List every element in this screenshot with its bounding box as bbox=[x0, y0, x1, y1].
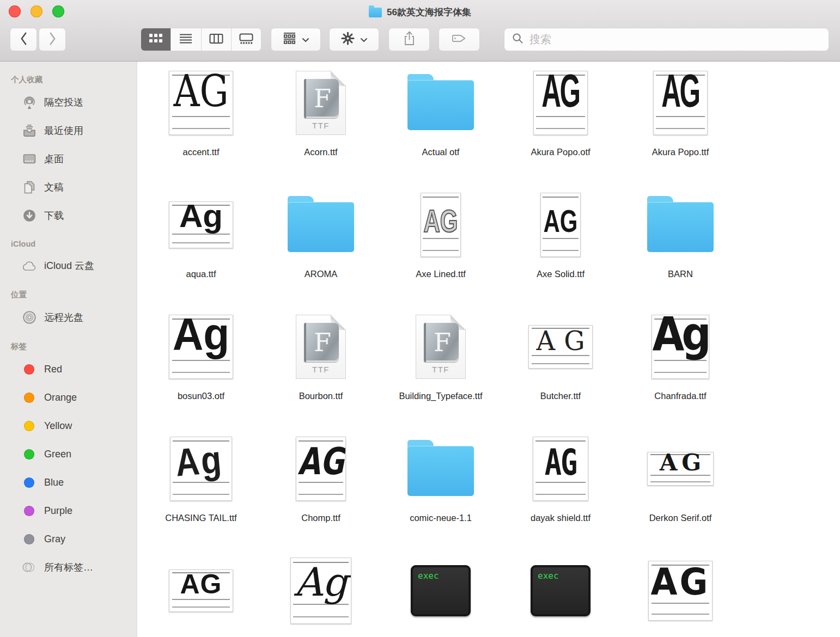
sidebar-item-label: 最近使用 bbox=[44, 124, 83, 137]
action-button[interactable] bbox=[329, 28, 379, 51]
preview-glyph: Ag bbox=[291, 559, 351, 605]
sidebar-item-tag-red[interactable]: Red bbox=[0, 355, 137, 383]
share-button[interactable] bbox=[388, 28, 430, 51]
sidebar-item-all-tags[interactable]: 所有标签… bbox=[0, 553, 137, 581]
file-item[interactable]: AgCHASING TAIL.ttf bbox=[141, 432, 261, 554]
folder-item[interactable]: BARN bbox=[620, 188, 740, 310]
group-button[interactable] bbox=[271, 28, 321, 51]
sidebar-item-icloud[interactable]: iCloud 云盘 bbox=[0, 252, 137, 280]
guide-line bbox=[299, 494, 344, 495]
file-item[interactable]: AGAxe Lined.ttf bbox=[381, 188, 501, 310]
sidebar-item-tag-orange[interactable]: Orange bbox=[0, 383, 137, 412]
file-item[interactable]: AgChanfrada.ttf bbox=[620, 310, 740, 432]
tag-color-dot bbox=[24, 421, 34, 431]
sidebar-item-label: Yellow bbox=[44, 420, 72, 432]
tag-color-dot bbox=[24, 534, 34, 544]
tag-icon bbox=[22, 390, 36, 405]
sidebar-item-tag-yellow[interactable]: Yellow bbox=[0, 412, 137, 440]
forward-button[interactable] bbox=[39, 28, 66, 51]
file-item[interactable]: AG bbox=[620, 554, 740, 637]
file-thumbnail: exec bbox=[411, 556, 471, 626]
sidebar-section-header: 个人收藏 bbox=[11, 75, 137, 85]
file-item[interactable]: AGButcher.ttf bbox=[501, 310, 620, 432]
ttf-badge: TTF bbox=[296, 121, 345, 130]
file-item[interactable]: AGAkura Popo.ttf bbox=[620, 66, 740, 188]
sidebar-section-header: 标签 bbox=[11, 341, 137, 352]
sidebar-item-downloads[interactable]: 下载 bbox=[0, 201, 137, 230]
chevron-right-icon bbox=[48, 31, 57, 48]
file-thumbnail bbox=[407, 68, 474, 138]
sidebar-item-label: Purple bbox=[44, 505, 72, 517]
sidebar-item-tag-gray[interactable]: Gray bbox=[0, 525, 137, 553]
sidebar-item-disc[interactable]: 远程光盘 bbox=[0, 303, 137, 332]
folder-icon bbox=[647, 202, 714, 252]
file-item[interactable]: Agaqua.ttf bbox=[141, 188, 261, 310]
file-name: dayak shield.ttf bbox=[531, 511, 591, 525]
file-item[interactable]: AGAkura Popo.otf bbox=[501, 66, 620, 188]
folder-item[interactable]: AROMA bbox=[261, 188, 381, 310]
sidebar-section-header: iCloud bbox=[11, 240, 137, 248]
tag-button[interactable] bbox=[439, 28, 480, 51]
sidebar-item-label: Red bbox=[44, 364, 62, 375]
file-item[interactable]: Agbosun03.otf bbox=[141, 310, 261, 432]
view-icons-button[interactable] bbox=[141, 28, 171, 51]
sidebar-item-airdrop[interactable]: 隔空投送 bbox=[0, 88, 137, 117]
tag-icon bbox=[22, 532, 36, 546]
sidebar-item-desktop[interactable]: 桌面 bbox=[0, 145, 137, 173]
file-item[interactable]: AG bbox=[141, 554, 261, 637]
sidebar-section: 标签RedOrangeYellowGreenBluePurpleGray所有标签… bbox=[0, 341, 137, 581]
file-item[interactable]: AGDerkon Serif.otf bbox=[620, 432, 740, 554]
search-icon bbox=[512, 33, 524, 46]
preview-glyph: AG bbox=[297, 439, 344, 482]
file-thumbnail: AG bbox=[169, 556, 233, 626]
sidebar-item-tag-green[interactable]: Green bbox=[0, 440, 137, 468]
file-thumbnail: Ag bbox=[652, 312, 709, 382]
file-thumbnail: AG bbox=[169, 68, 233, 138]
folder-item[interactable]: Actual otf bbox=[381, 66, 501, 188]
preview-glyph: AG bbox=[171, 71, 231, 117]
file-item[interactable]: AGChomp.ttf bbox=[261, 432, 381, 554]
sidebar-item-tag-blue[interactable]: Blue bbox=[0, 468, 137, 497]
sidebar-item-label: 下载 bbox=[44, 209, 64, 222]
file-item[interactable]: AGaccent.ttf bbox=[141, 66, 261, 188]
back-button[interactable] bbox=[10, 28, 37, 51]
folder-icon bbox=[288, 202, 354, 252]
sidebar-item-tag-purple[interactable]: Purple bbox=[0, 497, 137, 525]
file-item[interactable]: AGdayak shield.ttf bbox=[501, 432, 620, 554]
view-gallery-button[interactable] bbox=[232, 28, 261, 51]
view-list-button[interactable] bbox=[171, 28, 201, 51]
file-item[interactable]: exec bbox=[501, 554, 620, 637]
ttf-badge: TTF bbox=[416, 365, 465, 374]
font-preview-icon: Ag bbox=[169, 315, 233, 379]
search-input[interactable] bbox=[528, 28, 829, 51]
all-tags-icon bbox=[22, 560, 36, 574]
file-thumbnail: Ag bbox=[170, 434, 232, 504]
desktop-icon bbox=[22, 152, 36, 166]
file-item[interactable]: FTTFBuilding_Typeface.ttf bbox=[381, 310, 501, 432]
file-item[interactable]: Ag bbox=[261, 554, 381, 637]
tag-icon bbox=[22, 419, 36, 433]
sidebar-item-recents[interactable]: 最近使用 bbox=[0, 117, 137, 145]
group-icon bbox=[283, 32, 296, 47]
folder-item[interactable]: comic-neue-1.1 bbox=[381, 432, 501, 554]
font-preview-icon: AG bbox=[169, 71, 233, 135]
file-item[interactable]: AGAxe Solid.ttf bbox=[501, 188, 620, 310]
ttf-file-icon: FTTF bbox=[416, 315, 466, 379]
guide-line bbox=[654, 372, 707, 373]
file-name: Akura Popo.ttf bbox=[652, 145, 709, 159]
preview-glyph: Ag bbox=[170, 315, 232, 361]
guide-line bbox=[543, 197, 579, 198]
ttf-file-icon: FTTF bbox=[296, 71, 346, 135]
sidebar-item-documents[interactable]: 文稿 bbox=[0, 173, 137, 201]
font-book-glyph: F bbox=[304, 323, 339, 362]
preview-glyph: AG bbox=[539, 71, 582, 117]
preview-glyph: Ag bbox=[652, 315, 709, 361]
file-item[interactable]: FTTFBourbon.ttf bbox=[261, 310, 381, 432]
file-name: BARN bbox=[668, 267, 693, 281]
view-columns-button[interactable] bbox=[202, 28, 232, 51]
gallery-view-icon bbox=[239, 33, 253, 46]
grid-view-icon bbox=[149, 33, 163, 46]
file-item[interactable]: FTTFAcorn.ttf bbox=[261, 66, 381, 188]
file-name: Acorn.ttf bbox=[304, 145, 337, 159]
file-item[interactable]: exec bbox=[381, 554, 501, 637]
